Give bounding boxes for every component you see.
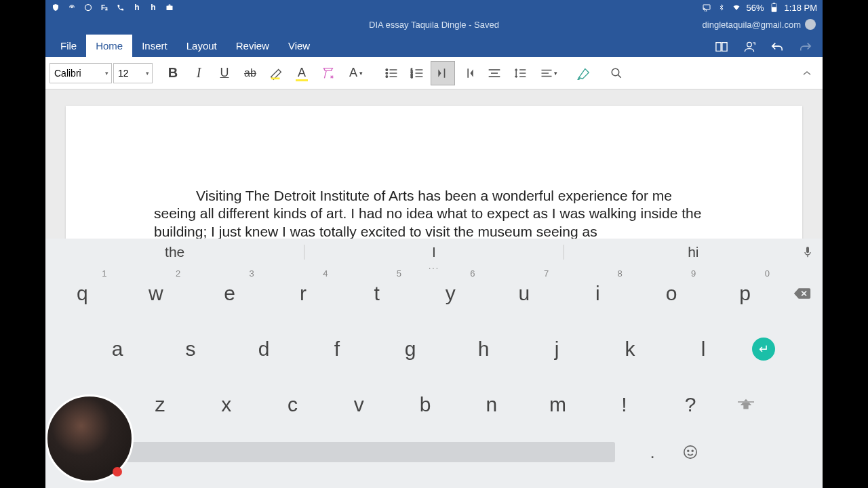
account-email[interactable]: dingletaquila@gmail.com bbox=[703, 20, 801, 30]
key-e[interactable]: e3 bbox=[193, 266, 267, 321]
mic-icon[interactable] bbox=[802, 245, 813, 259]
bold-button[interactable]: B bbox=[161, 61, 185, 85]
paragraph-more-button[interactable]: ▾ bbox=[534, 61, 564, 85]
wifi-icon bbox=[732, 3, 741, 12]
key-i[interactable]: i8 bbox=[561, 266, 635, 321]
enter-key[interactable]: ↵ bbox=[740, 338, 787, 361]
key-p[interactable]: p0 bbox=[708, 266, 782, 321]
svg-rect-6 bbox=[772, 7, 776, 12]
font-size-select[interactable]: 12▾ bbox=[113, 63, 153, 83]
tab-insert[interactable]: Insert bbox=[132, 35, 177, 57]
key-u[interactable]: u7 bbox=[488, 266, 561, 321]
key-n[interactable]: n bbox=[458, 377, 525, 432]
svg-point-30 bbox=[612, 68, 619, 76]
key-x[interactable]: x bbox=[193, 377, 260, 432]
svg-rect-3 bbox=[703, 5, 710, 9]
key-g[interactable]: g bbox=[374, 321, 447, 377]
styles-button[interactable] bbox=[572, 61, 596, 85]
underline-button[interactable]: U bbox=[212, 61, 237, 85]
tab-file[interactable]: File bbox=[51, 35, 86, 57]
svg-point-9 bbox=[386, 68, 388, 70]
profile-avatar[interactable] bbox=[45, 394, 134, 483]
key-period[interactable]: . bbox=[622, 442, 683, 463]
highlight-button[interactable] bbox=[264, 61, 288, 85]
cast-icon bbox=[702, 3, 711, 12]
document-canvas[interactable]: Visiting The Detroit Institute of Arts h… bbox=[45, 89, 823, 239]
key-d[interactable]: d bbox=[227, 321, 300, 377]
suggestion-1[interactable]: the bbox=[45, 244, 304, 260]
ribbon-tabs: File Home Insert Layout Review View bbox=[45, 34, 823, 57]
clear-format-button[interactable] bbox=[315, 61, 340, 85]
reading-view-icon[interactable] bbox=[714, 41, 729, 53]
share-icon[interactable] bbox=[743, 40, 756, 54]
shift-key[interactable] bbox=[724, 397, 768, 412]
soft-keyboard: the I... hi q1w2e3r4t5y6u7i8o9p0 asdfghj… bbox=[45, 239, 823, 488]
sync-icon bbox=[83, 3, 93, 12]
undo-icon[interactable] bbox=[770, 41, 785, 53]
key-v[interactable]: v bbox=[326, 377, 392, 432]
shield-icon bbox=[51, 3, 60, 12]
key-k[interactable]: k bbox=[593, 321, 667, 377]
suggestion-3[interactable]: hi bbox=[564, 244, 823, 260]
tab-layout[interactable]: Layout bbox=[177, 35, 226, 57]
h-icon: h bbox=[132, 3, 142, 12]
key-q[interactable]: q1 bbox=[45, 266, 119, 321]
svg-point-0 bbox=[71, 7, 73, 8]
document-title: DIA essay Taquila Dingle - Saved bbox=[369, 20, 499, 30]
font-color-button[interactable]: A bbox=[290, 61, 314, 85]
numbering-button[interactable]: 123 bbox=[405, 61, 429, 85]
font-more-button[interactable]: A▾ bbox=[341, 61, 371, 85]
svg-rect-8 bbox=[271, 77, 280, 79]
redo-icon[interactable] bbox=[798, 41, 813, 53]
italic-button[interactable]: I bbox=[186, 61, 211, 85]
indent-left-button[interactable] bbox=[456, 61, 481, 85]
tab-review[interactable]: Review bbox=[226, 35, 279, 57]
emoji-icon[interactable] bbox=[683, 445, 730, 460]
svg-rect-2 bbox=[167, 6, 173, 11]
account-avatar-icon[interactable] bbox=[805, 19, 816, 30]
key-f[interactable]: f bbox=[300, 321, 374, 377]
strike-button[interactable]: ab bbox=[238, 61, 262, 85]
key-z[interactable]: z bbox=[127, 377, 193, 432]
font-name-select[interactable]: Calibri▾ bbox=[50, 63, 112, 83]
key-b[interactable]: b bbox=[392, 377, 458, 432]
tab-view[interactable]: View bbox=[279, 35, 319, 57]
key-m[interactable]: m bbox=[525, 377, 591, 432]
search-button[interactable] bbox=[604, 61, 629, 85]
indent-right-button[interactable] bbox=[431, 61, 455, 85]
svg-point-33 bbox=[684, 446, 696, 458]
key-o[interactable]: o9 bbox=[635, 266, 709, 321]
suggestion-2[interactable]: I... bbox=[304, 244, 563, 260]
collapse-ribbon-icon[interactable] bbox=[802, 70, 818, 77]
clock-time: 1:18 PM bbox=[785, 3, 817, 13]
key-c[interactable]: c bbox=[260, 377, 326, 432]
svg-point-35 bbox=[692, 450, 693, 451]
key-s[interactable]: s bbox=[154, 321, 227, 377]
key-space[interactable] bbox=[113, 442, 615, 462]
key-y[interactable]: y6 bbox=[414, 266, 488, 321]
key-j[interactable]: j bbox=[520, 321, 593, 377]
key-t[interactable]: t5 bbox=[340, 266, 414, 321]
title-bar: DIA essay Taquila Dingle - Saved dinglet… bbox=[45, 15, 823, 34]
svg-rect-32 bbox=[806, 247, 809, 253]
briefcase-icon bbox=[165, 3, 174, 12]
svg-point-1 bbox=[85, 5, 92, 11]
key-r[interactable]: r4 bbox=[267, 266, 340, 321]
phone-icon bbox=[116, 3, 125, 12]
line-spacing-button[interactable] bbox=[508, 61, 532, 85]
key-![interactable]: ! bbox=[591, 377, 657, 432]
key-?[interactable]: ? bbox=[657, 377, 724, 432]
page[interactable]: Visiting The Detroit Institute of Arts h… bbox=[66, 106, 802, 239]
svg-point-7 bbox=[747, 42, 752, 47]
bluetooth-icon bbox=[717, 3, 726, 12]
backspace-icon[interactable] bbox=[782, 287, 823, 300]
h-icon-2: h bbox=[149, 3, 158, 12]
key-w[interactable]: w2 bbox=[119, 266, 193, 321]
key-l[interactable]: l bbox=[667, 321, 740, 377]
key-h[interactable]: h bbox=[447, 321, 520, 377]
paragraph-text[interactable]: Visiting The Detroit Institute of Arts h… bbox=[154, 187, 714, 239]
align-button[interactable] bbox=[482, 61, 507, 85]
tab-home[interactable]: Home bbox=[86, 35, 132, 57]
bullets-button[interactable] bbox=[379, 61, 403, 85]
key-a[interactable]: a bbox=[81, 321, 154, 377]
